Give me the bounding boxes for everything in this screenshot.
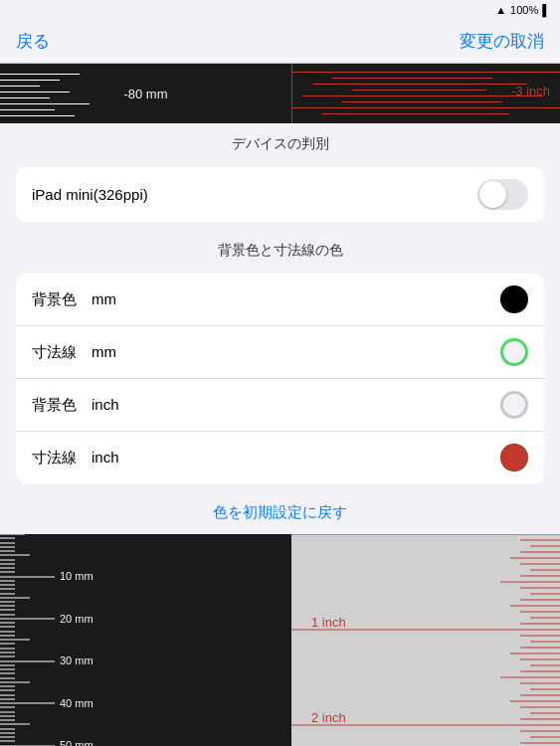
color-row-1[interactable]: 寸法線 mm (16, 326, 544, 379)
color-label-3: 寸法線 inch (32, 449, 119, 467)
ruler-mm-side: 10 mm 20 mm 30 mm 40 mm 50 mm 60 mm 70 m… (0, 534, 291, 746)
settings-area: デバイスの判別 iPad mini(326ppi) 背景色と寸法線の色 背景色 … (0, 123, 560, 534)
status-bar-right: ▲ 100% ▌ (495, 4, 550, 16)
reset-colors-button[interactable]: 色を初期設定に戻す (0, 491, 560, 534)
wifi-icon: ▲ (495, 4, 506, 16)
device-label: iPad mini(326ppi) (32, 186, 148, 203)
preview-mm-label: -80 mm (123, 87, 167, 101)
color-swatch-1[interactable] (500, 338, 528, 366)
ruler-preview: -80 mm -3 inch (0, 64, 560, 123)
color-row-0[interactable]: 背景色 mm (16, 274, 544, 326)
color-label-1: 寸法線 mm (32, 343, 116, 362)
toggle-knob (479, 181, 506, 208)
device-table: iPad mini(326ppi) (16, 167, 544, 222)
preview-inch-label: -3 inch (511, 84, 550, 98)
color-row-2[interactable]: 背景色 inch (16, 379, 544, 432)
battery-icon: ▌ (542, 4, 550, 16)
ruler-preview-mm: -80 mm (0, 64, 291, 123)
back-button[interactable]: 戻る (16, 30, 50, 53)
color-swatch-2[interactable] (500, 391, 528, 419)
ruler-preview-inch: -3 inch (291, 64, 560, 123)
battery-label: 100% (510, 4, 538, 16)
color-row-3[interactable]: 寸法線 inch (16, 432, 544, 483)
device-row: iPad mini(326ppi) (16, 167, 544, 222)
nav-bar: 戻る 変更の取消 (0, 20, 560, 64)
cancel-action-button[interactable]: 変更の取消 (460, 30, 544, 53)
color-label-2: 背景色 inch (32, 396, 119, 415)
color-label-0: 背景色 mm (32, 290, 116, 309)
ruler-display: 10 mm 20 mm 30 mm 40 mm 50 mm 60 mm 70 m… (0, 534, 560, 746)
color-section-header: 背景色と寸法線の色 (0, 230, 560, 266)
status-bar: ▲ 100% ▌ (0, 0, 560, 20)
svg-text:1 inch: 1 inch (311, 615, 346, 630)
svg-text:50 mm: 50 mm (60, 739, 93, 746)
color-table: 背景色 mm 寸法線 mm 背景色 inch 寸法線 inch (16, 274, 544, 483)
ruler-inch-side: 1 inch 2 inch 3 inch (291, 534, 560, 746)
svg-text:30 mm: 30 mm (60, 654, 93, 666)
color-swatch-0[interactable] (500, 285, 528, 313)
device-section-header: デバイスの判別 (0, 123, 560, 159)
svg-text:40 mm: 40 mm (60, 697, 93, 709)
svg-text:20 mm: 20 mm (60, 613, 93, 625)
svg-text:10 mm: 10 mm (60, 570, 93, 582)
device-toggle[interactable] (477, 179, 528, 210)
color-swatch-3[interactable] (500, 444, 528, 471)
svg-text:2 inch: 2 inch (311, 710, 346, 725)
